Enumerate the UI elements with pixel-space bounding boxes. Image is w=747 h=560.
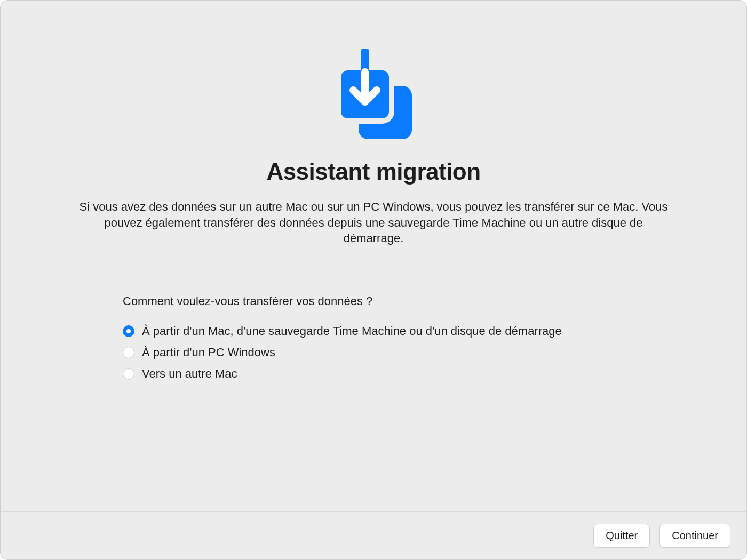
page-title: Assistant migration — [266, 158, 480, 185]
page-description: Si vous avez des données sur un autre Ma… — [77, 199, 670, 246]
migration-icon — [331, 49, 416, 145]
quit-button[interactable]: Quitter — [593, 524, 650, 548]
footer-bar: Quitter Continuer — [1, 511, 746, 559]
option-label: À partir d'un Mac, d'une sauvegarde Time… — [142, 324, 562, 338]
option-from-windows-pc[interactable]: À partir d'un PC Windows — [123, 346, 624, 359]
radio-indicator[interactable] — [123, 368, 134, 380]
transfer-options: Comment voulez-vous transférer vos donné… — [123, 294, 624, 388]
option-label: À partir d'un PC Windows — [142, 346, 275, 359]
option-to-another-mac[interactable]: Vers un autre Mac — [123, 367, 624, 381]
radio-indicator[interactable] — [123, 347, 134, 358]
option-from-mac[interactable]: À partir d'un Mac, d'une sauvegarde Time… — [123, 324, 624, 338]
option-label: Vers un autre Mac — [142, 367, 237, 381]
transfer-question: Comment voulez-vous transférer vos donné… — [123, 294, 624, 308]
radio-indicator[interactable] — [123, 325, 134, 337]
migration-assistant-window: Assistant migration Si vous avez des don… — [0, 0, 747, 560]
content-area: Assistant migration Si vous avez des don… — [1, 1, 746, 511]
continue-button[interactable]: Continuer — [659, 524, 730, 548]
